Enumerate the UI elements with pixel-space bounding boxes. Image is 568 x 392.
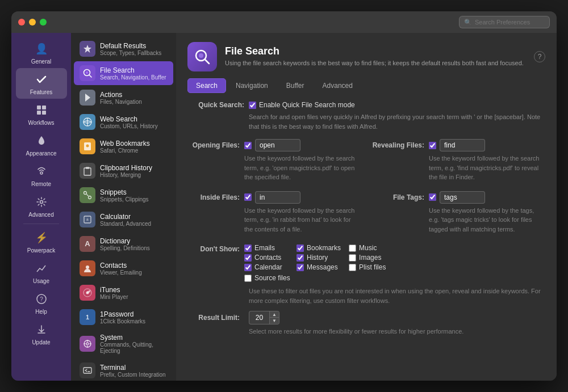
dont-show-emails[interactable]: Emails (244, 244, 289, 252)
quick-search-row: Quick Search: Enable Quick File Search m… (187, 101, 545, 109)
sidebar: 👤 General Features (11, 33, 71, 381)
contacts-checkbox[interactable] (244, 254, 252, 262)
opening-files-input[interactable] (255, 139, 300, 151)
system-icon (80, 336, 95, 352)
nav-title: Snippets (100, 188, 149, 196)
sidebar-item-usage[interactable]: Usage (16, 257, 67, 288)
tab-navigation[interactable]: Navigation (227, 78, 277, 93)
emails-checkbox[interactable] (244, 245, 252, 252)
images-checkbox[interactable] (349, 254, 356, 262)
tab-advanced[interactable]: Advanced (314, 78, 361, 93)
nav-title: 1Password (100, 310, 145, 318)
sidebar-item-workflows[interactable]: Workflows (16, 99, 67, 129)
sidebar-item-label: Usage (33, 278, 49, 284)
file-tags-input[interactable] (440, 191, 485, 204)
tab-buffer[interactable]: Buffer (278, 78, 313, 93)
dont-show-bookmarks[interactable]: Bookmarks (296, 244, 341, 252)
nav-item-contacts[interactable]: Contacts Viewer, Emailing (74, 256, 173, 280)
file-tags-label: File Tags: (372, 191, 429, 201)
sidebar-item-advanced[interactable]: Advanced (16, 191, 67, 221)
nav-item-system[interactable]: System Commands, Quitting, Ejecting (74, 330, 173, 358)
source-label: Source files (254, 274, 290, 282)
stepper-down-button[interactable]: ▼ (270, 318, 279, 324)
svg-line-19 (87, 195, 89, 196)
quick-search-checkbox-label[interactable]: Enable Quick File Search mode (249, 101, 355, 109)
inside-files-checkbox-label[interactable] (244, 193, 252, 201)
nav-subtitle: Standard, Advanced (100, 221, 151, 227)
nav-item-web-bookmarks[interactable]: Web Bookmarks Safari, Chrome (74, 134, 173, 158)
nav-item-default-results[interactable]: Default Results Scope, Types, Fallbacks (74, 37, 173, 61)
svg-text:1: 1 (86, 314, 89, 321)
svg-rect-2 (37, 111, 41, 115)
dont-show-plist[interactable]: Plist files (349, 263, 393, 271)
dont-show-calendar[interactable]: Calendar (244, 263, 289, 271)
revealing-files-checkbox[interactable] (429, 142, 436, 149)
nav-subtitle: Search, Navigation, Buffer (100, 74, 166, 81)
file-tags-input-row (429, 191, 545, 204)
minimize-button[interactable] (29, 19, 36, 26)
titlebar-search[interactable]: 🔍 (459, 16, 550, 28)
maximize-button[interactable] (40, 19, 47, 26)
nav-subtitle: Mini Player (100, 294, 128, 300)
svg-point-17 (84, 192, 87, 195)
file-tags-checkbox-label[interactable] (429, 193, 436, 201)
nav-text: Web Search Custom, URLs, History (100, 115, 158, 129)
nav-item-onepassword[interactable]: 1 1Password 1Click Bookmarks (74, 305, 173, 329)
default-results-icon (80, 41, 95, 57)
opening-files-label: Opening Files: (187, 139, 244, 149)
nav-item-terminal[interactable]: Terminal Prefix, Custom Integration (74, 359, 173, 381)
dont-show-contacts[interactable]: Contacts (244, 254, 289, 262)
close-button[interactable] (18, 19, 25, 26)
help-button[interactable]: ? (534, 51, 545, 62)
inside-files-input[interactable] (255, 191, 300, 204)
nav-item-file-search[interactable]: File Search Search, Navigation, Buffer (74, 61, 173, 85)
sidebar-item-features[interactable]: Features (16, 68, 67, 99)
sidebar-item-remote[interactable]: Remote (16, 160, 67, 191)
nav-item-itunes[interactable]: iTunes Mini Player (74, 281, 173, 305)
nav-item-dictionary[interactable]: A Dictionary Spelling, Definitions (74, 232, 173, 256)
quick-search-checkbox[interactable] (249, 102, 256, 109)
music-checkbox[interactable] (349, 245, 356, 252)
opening-files-checkbox-label[interactable] (244, 142, 252, 149)
svg-point-28 (86, 343, 89, 345)
source-checkbox[interactable] (244, 275, 252, 282)
dont-show-images[interactable]: Images (349, 254, 393, 262)
stepper-up-button[interactable]: ▲ (270, 311, 279, 318)
nav-item-calculator[interactable]: ± Calculator Standard, Advanced (74, 208, 173, 231)
opening-files-row: Opening Files: Use the keyword followed … (187, 139, 361, 182)
sidebar-item-general[interactable]: 👤 General (16, 37, 67, 68)
nav-subtitle: Scope, Types, Fallbacks (100, 50, 161, 56)
history-checkbox[interactable] (296, 254, 304, 262)
nav-item-clipboard[interactable]: Clipboard History History, Merging (74, 159, 173, 183)
sidebar-item-update[interactable]: Update (16, 318, 67, 349)
result-limit-stepper[interactable]: 20 ▲ ▼ (249, 311, 279, 324)
main-header: File Search Using the file search keywor… (176, 33, 557, 78)
search-preferences-input[interactable] (475, 19, 545, 26)
sidebar-item-appearance[interactable]: Appearance (16, 129, 67, 160)
nav-item-actions[interactable]: Actions Files, Navigation (74, 86, 173, 109)
dont-show-source[interactable]: Source files (244, 274, 393, 282)
sidebar-item-help[interactable]: ? Help (16, 288, 67, 318)
inside-files-checkbox[interactable] (244, 193, 252, 201)
messages-checkbox[interactable] (296, 264, 304, 271)
appearance-icon (34, 133, 49, 149)
opening-files-checkbox[interactable] (244, 142, 252, 149)
inside-files-input-row (244, 191, 361, 204)
dont-show-messages[interactable]: Messages (296, 263, 341, 271)
nav-item-web-search[interactable]: Web Search Custom, URLs, History (74, 110, 173, 134)
calendar-checkbox[interactable] (244, 264, 252, 271)
nav-text: Default Results Scope, Types, Fallbacks (100, 42, 161, 56)
dont-show-music[interactable]: Music (349, 244, 393, 252)
dont-show-history[interactable]: History (296, 254, 341, 262)
sidebar-item-powerpack[interactable]: ⚡ Powerpack (16, 226, 67, 257)
file-tags-checkbox[interactable] (429, 193, 436, 201)
revealing-files-checkbox-label[interactable] (429, 142, 436, 149)
nav-item-snippets[interactable]: Snippets Snippets, Clippings (74, 183, 173, 207)
revealing-files-input[interactable] (440, 139, 485, 151)
tab-search[interactable]: Search (187, 78, 226, 93)
history-label: History (307, 254, 328, 262)
svg-text:±: ± (86, 217, 89, 222)
plist-checkbox[interactable] (349, 264, 356, 271)
svg-rect-29 (83, 368, 91, 373)
bookmarks-checkbox[interactable] (296, 245, 304, 252)
